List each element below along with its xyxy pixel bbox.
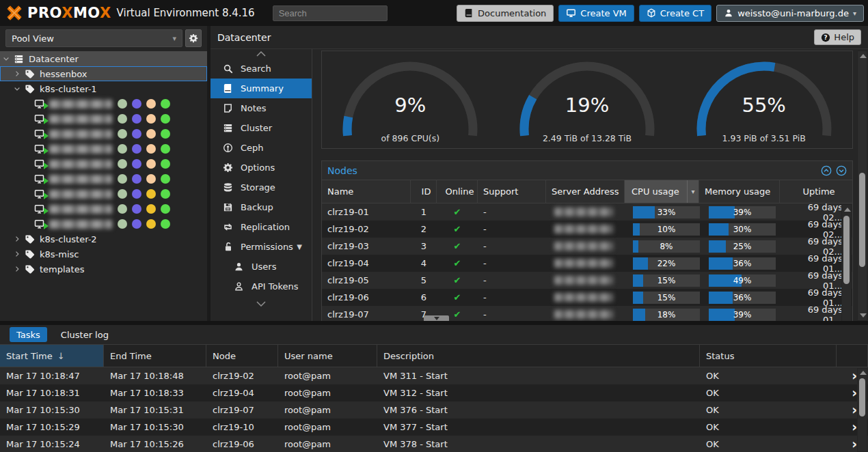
node-row-clrz19-05[interactable]: clrz19-055✔-15%49%69 days 01... — [322, 272, 852, 289]
nodes-column-header-server-address[interactable]: Server Address — [546, 180, 625, 203]
tree-item-datacenter[interactable]: Datacenter — [0, 51, 207, 66]
create-vm-button[interactable]: Create VM — [558, 5, 634, 22]
tasks-panel-collapse-handle[interactable] — [424, 315, 449, 321]
create-ct-button[interactable]: Create CT — [639, 5, 711, 22]
panel-collapse-up-icon[interactable] — [821, 165, 832, 176]
tree-item-vm[interactable] — [0, 96, 207, 111]
vm-name-redacted — [49, 175, 112, 184]
node-row-clrz19-07[interactable]: clrz19-077✔-18%39%69 days 01... — [322, 306, 852, 322]
task-row[interactable]: Mar 17 10:18:31Mar 17 10:18:33clrz19-04r… — [0, 384, 868, 401]
book-icon — [223, 83, 234, 94]
floppy-icon — [223, 202, 234, 213]
view-mode-select[interactable]: Pool View ▾ — [5, 29, 182, 47]
tasks-column-header-end-time[interactable]: End Time — [104, 345, 206, 367]
tasks-column-header-start-time[interactable]: Start Time↓ — [0, 345, 104, 367]
vm-tag-dot — [146, 204, 156, 214]
node-row-clrz19-02[interactable]: clrz19-022✔-10%30%69 days 02... — [322, 221, 852, 238]
nodes-scrollbar-thumb[interactable] — [843, 216, 850, 284]
nav-item-users[interactable]: Users — [211, 257, 312, 277]
tree-item-k8s-cluster-2[interactable]: k8s-cluster-2 — [0, 231, 207, 246]
tree-item-templates[interactable]: templates — [0, 262, 207, 277]
tree-settings-button[interactable] — [185, 29, 202, 47]
nodes-column-header-online[interactable]: Online — [437, 180, 478, 203]
vm-tag-dot — [132, 219, 141, 229]
tasks-column-header-user-name[interactable]: User name — [278, 345, 377, 367]
user-menu-button[interactable]: weissto@uni-marburg.de ▾ — [716, 5, 864, 22]
tab-tasks[interactable]: Tasks — [10, 327, 47, 342]
tasks-column-header-description[interactable]: Description — [377, 345, 700, 367]
tree-item-k8s-cluster-1[interactable]: k8s-cluster-1 — [0, 81, 207, 96]
tasks-column-header-node[interactable]: Node — [206, 345, 278, 367]
nav-item-notes[interactable]: Notes — [211, 98, 312, 118]
vm-tag-dots — [118, 174, 170, 184]
tree-item-hessenbox[interactable]: hessenbox — [0, 66, 207, 81]
task-row[interactable]: Mar 17 10:15:24Mar 17 10:15:26clrz19-06r… — [0, 436, 868, 452]
nav-item-storage[interactable]: Storage — [211, 178, 312, 197]
tasks-scrollbar-track[interactable] — [857, 368, 867, 452]
tasks-scrollbar-thumb[interactable] — [859, 378, 865, 416]
nav-item-replication[interactable]: Replication — [211, 217, 312, 237]
tasks-scrollbar-up-arrow[interactable] — [860, 371, 867, 375]
nodes-column-header-id[interactable]: ID — [411, 180, 437, 203]
node-row-clrz19-01[interactable]: clrz19-011✔-33%39%69 days 02... — [322, 203, 852, 221]
vm-running-play-icon — [44, 163, 49, 169]
node-row-clrz19-04[interactable]: clrz19-044✔-22%36%69 days 01... — [322, 255, 852, 272]
server-icon — [12, 54, 25, 64]
column-header-label: Node — [213, 351, 236, 361]
nodes-panel: Nodes NameIDOnlineSupportServer AddressC… — [321, 160, 853, 322]
tree-item-vm[interactable] — [0, 186, 207, 201]
tree-item-vm[interactable] — [0, 126, 207, 141]
task-row[interactable]: Mar 17 10:18:47Mar 17 10:18:48clrz19-02r… — [0, 367, 868, 384]
node-name: clrz19-01 — [322, 207, 411, 217]
node-row-clrz19-06[interactable]: clrz19-066✔-15%36%69 days 01... — [322, 289, 852, 306]
tree-item-vm[interactable] — [0, 111, 207, 126]
tree-item-vm[interactable] — [0, 216, 207, 231]
nodes-scrollbar-up-arrow[interactable] — [844, 208, 851, 212]
memory-usage-bar: 49% — [709, 274, 776, 287]
nav-item-search[interactable]: Search — [211, 59, 312, 79]
nodes-column-header-cpu-usage[interactable]: CPU usage▾ — [625, 180, 699, 203]
nav-item-summary[interactable]: Summary — [211, 79, 312, 98]
tree-item-vm[interactable] — [0, 156, 207, 171]
tasks-column-header-status[interactable]: Status — [700, 345, 837, 367]
server-address-redacted — [554, 310, 613, 319]
vm-tag-dot — [132, 189, 141, 199]
nav-item-label: Notes — [241, 103, 267, 113]
tree-item-vm[interactable] — [0, 201, 207, 216]
nav-item-backup[interactable]: Backup — [211, 197, 312, 217]
tab-cluster-log[interactable]: Cluster log — [54, 327, 116, 342]
task-user: root@pam — [278, 388, 377, 398]
page-scrollbar-track[interactable] — [857, 51, 867, 321]
nav-scroll-up-indicator[interactable] — [211, 49, 312, 59]
nav-item-api-tokens[interactable]: API Tokens — [211, 277, 312, 296]
task-row[interactable]: Mar 17 10:15:30Mar 17 10:15:31clrz19-07r… — [0, 401, 868, 419]
nav-item-cluster[interactable]: Cluster — [211, 118, 312, 138]
column-menu-chevron-icon[interactable]: ▾ — [687, 180, 699, 203]
page-scrollbar-down-arrow[interactable] — [860, 313, 867, 317]
nav-item-ceph[interactable]: Ceph — [211, 138, 312, 158]
task-row[interactable]: Mar 17 10:15:29Mar 17 10:15:30clrz19-10r… — [0, 419, 868, 436]
panel-collapse-down-icon[interactable] — [836, 165, 847, 176]
nodes-column-header-support[interactable]: Support — [478, 180, 546, 203]
tree-item-label: k8s-misc — [40, 249, 79, 259]
nav-item-permissions[interactable]: Permissions▼ — [211, 237, 312, 257]
node-row-clrz19-03[interactable]: clrz19-033✔-8%25%69 days 02... — [322, 238, 852, 255]
tree-item-vm[interactable] — [0, 141, 207, 156]
documentation-button[interactable]: Documentation — [457, 5, 554, 22]
page-scrollbar-up-arrow[interactable] — [860, 54, 867, 58]
task-status: OK — [700, 439, 837, 449]
tree-item-k8s-misc[interactable]: k8s-misc — [0, 246, 207, 262]
vm-tag-dot — [161, 219, 170, 229]
help-button[interactable]: ? Help — [814, 29, 861, 45]
nodes-column-header-name[interactable]: Name — [322, 180, 411, 203]
node-id: 1 — [411, 207, 437, 217]
page-scrollbar-thumb[interactable] — [859, 173, 865, 267]
task-node: clrz19-04 — [206, 388, 278, 398]
nodes-column-header-uptime[interactable]: Uptime — [780, 180, 852, 203]
nav-item-options[interactable]: Options — [211, 158, 312, 178]
tree-item-vm[interactable] — [0, 171, 207, 186]
nodes-scrollbar-track[interactable] — [841, 204, 852, 322]
nodes-column-header-memory-usage[interactable]: Memory usage — [699, 180, 780, 203]
nav-scroll-down-indicator[interactable] — [211, 299, 312, 309]
global-search-input[interactable] — [273, 5, 388, 21]
